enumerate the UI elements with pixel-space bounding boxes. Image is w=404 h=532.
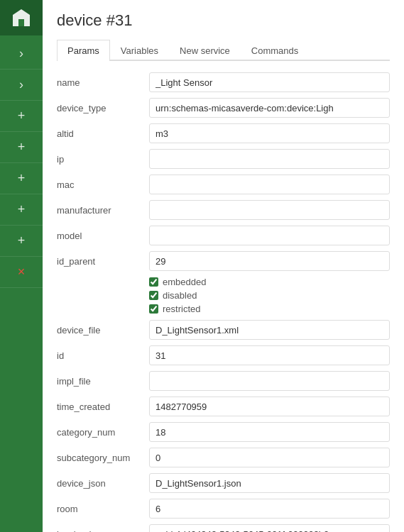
label-model: model — [57, 231, 149, 241]
label-device_json: device_json — [57, 478, 149, 489]
label-impl_file: impl_file — [57, 376, 149, 387]
label-device_file: device_file — [57, 325, 149, 336]
tab-variables[interactable]: Variables — [110, 40, 169, 61]
label-id_parent: id_parent — [57, 256, 149, 267]
page-title: device #31 — [57, 11, 390, 30]
checkbox-label-disabled: disabled — [163, 290, 197, 301]
input-subcategory_num[interactable] — [149, 448, 390, 467]
input-room[interactable] — [149, 499, 390, 519]
label-device_type: device_type — [57, 103, 149, 113]
sidebar: › › + + + + + × — [0, 0, 43, 532]
input-mac[interactable] — [149, 174, 390, 194]
input-id[interactable] — [149, 345, 390, 365]
field-row-ip: ip — [57, 149, 390, 169]
field-row-model: model — [57, 226, 390, 245]
checkbox-row-embedded: embedded — [149, 277, 390, 287]
input-altid[interactable] — [149, 123, 390, 143]
input-device_json[interactable] — [149, 473, 390, 493]
input-device_type[interactable] — [149, 98, 390, 118]
checkbox-row-restricted: restricted — [149, 304, 390, 314]
label-room: room — [57, 504, 149, 514]
field-row-manufacturer: manufacturer — [57, 200, 390, 220]
label-ip: ip — [57, 154, 149, 165]
input-id_parent[interactable] — [149, 251, 390, 271]
field-row-name: name — [57, 72, 390, 92]
input-name[interactable] — [149, 72, 390, 92]
field-row-id: id — [57, 345, 390, 365]
field-row-id_parent: id_parent — [57, 251, 390, 271]
label-time_created: time_created — [57, 401, 149, 412]
field-row-device_json: device_json — [57, 473, 390, 493]
sidebar-add-5[interactable]: + — [0, 226, 43, 257]
field-row-room: room — [57, 499, 390, 519]
field-row-device_file: device_file — [57, 320, 390, 340]
main-content: device #31 Params Variables New service … — [43, 0, 404, 532]
input-manufacturer[interactable] — [149, 200, 390, 220]
field-row-altid: altid — [57, 123, 390, 143]
checkbox-label-restricted: restricted — [163, 304, 200, 314]
label-name: name — [57, 77, 149, 88]
field-row-category_num: category_num — [57, 422, 390, 442]
form-container: namedevice_typealtidipmacmanufacturermod… — [57, 72, 390, 532]
tab-commands[interactable]: Commands — [241, 40, 309, 61]
field-row-device_type: device_type — [57, 98, 390, 118]
sidebar-logo — [0, 0, 43, 35]
checkbox-restricted[interactable] — [149, 304, 158, 314]
input-category_num[interactable] — [149, 422, 390, 442]
field-row-subcategory_num: subcategory_num — [57, 448, 390, 467]
label-subcategory_num: subcategory_num — [57, 453, 149, 463]
checkbox-group: embeddeddisabledrestricted — [57, 277, 390, 314]
label-local_udn: local_udn — [57, 529, 149, 533]
input-local_udn[interactable] — [149, 524, 390, 532]
tab-new-service[interactable]: New service — [169, 40, 241, 61]
field-row-local_udn: local_udn — [57, 524, 390, 532]
checkbox-embedded[interactable] — [149, 277, 158, 287]
svg-rect-1 — [18, 19, 24, 26]
checkbox-label-embedded: embedded — [163, 277, 206, 287]
field-row-impl_file: impl_file — [57, 371, 390, 391]
input-time_created[interactable] — [149, 397, 390, 416]
input-model[interactable] — [149, 226, 390, 245]
label-category_num: category_num — [57, 427, 149, 438]
sidebar-add-2[interactable]: + — [0, 132, 43, 163]
sidebar-expand-2[interactable]: › — [0, 70, 43, 101]
field-row-mac: mac — [57, 174, 390, 194]
tabs: Params Variables New service Commands — [57, 40, 390, 61]
tab-params[interactable]: Params — [57, 40, 110, 61]
input-device_file[interactable] — [149, 320, 390, 340]
label-mac: mac — [57, 179, 149, 190]
label-manufacturer: manufacturer — [57, 205, 149, 216]
label-altid: altid — [57, 128, 149, 139]
sidebar-add-3[interactable]: + — [0, 163, 43, 194]
checkbox-row-disabled: disabled — [149, 290, 390, 301]
field-row-time_created: time_created — [57, 397, 390, 416]
label-id: id — [57, 350, 149, 361]
checkbox-disabled[interactable] — [149, 291, 158, 300]
sidebar-close[interactable]: × — [0, 257, 43, 288]
sidebar-expand-1[interactable]: › — [0, 38, 43, 70]
sidebar-add-1[interactable]: + — [0, 101, 43, 132]
sidebar-add-4[interactable]: + — [0, 194, 43, 226]
input-ip[interactable] — [149, 149, 390, 169]
input-impl_file[interactable] — [149, 371, 390, 391]
